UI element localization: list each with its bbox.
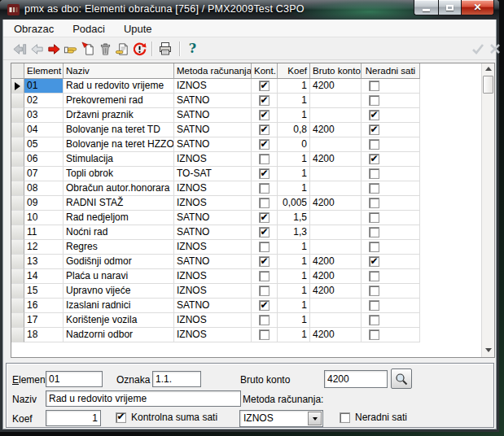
cell-metoda[interactable]: IZNOS <box>174 313 252 328</box>
kont-checkbox[interactable] <box>259 256 270 267</box>
help-button[interactable]: ? <box>184 40 201 58</box>
cell-bruto[interactable]: 4200 <box>310 123 362 137</box>
kont-checkbox[interactable] <box>259 329 270 340</box>
cell-element[interactable]: 03 <box>24 108 64 123</box>
kont-checkbox[interactable] <box>259 315 270 325</box>
cell-element[interactable]: 14 <box>24 269 64 284</box>
cell-metoda[interactable]: SATNO <box>174 225 252 240</box>
minimize-button[interactable] <box>414 0 438 15</box>
cell-bruto[interactable]: 4200 <box>310 255 362 269</box>
neradni-checkbox[interactable] <box>369 242 379 252</box>
neradni-checkbox[interactable] <box>369 139 379 150</box>
cell-naziv[interactable]: Nadzorni odbor <box>64 328 174 342</box>
cell-metoda[interactable]: IZNOS <box>174 196 252 211</box>
cell-metoda[interactable]: SATNO <box>174 299 252 313</box>
cell-metoda[interactable]: SATNO <box>174 211 252 225</box>
neradni-checkbox[interactable] <box>369 329 379 340</box>
cell-naziv[interactable]: RADNI STAŽ <box>64 196 174 211</box>
cell-naziv[interactable]: Bolovanje na teret HZZO <box>64 137 174 152</box>
neradni-checkbox[interactable] <box>369 110 379 120</box>
scroll-down-button[interactable] <box>482 345 495 355</box>
cell-element[interactable]: 04 <box>24 123 64 137</box>
cell-naziv[interactable]: Prekovremeni rad <box>64 94 174 108</box>
cell-element[interactable]: 13 <box>24 255 64 269</box>
cell-naziv[interactable]: Korištenje vozila <box>64 313 174 328</box>
cell-koef[interactable]: 0 <box>278 137 310 152</box>
neradni-checkbox[interactable] <box>369 81 379 91</box>
cell-metoda[interactable]: SATNO <box>174 137 252 152</box>
refresh-button[interactable] <box>131 40 148 58</box>
cell-metoda[interactable]: TO-SAT <box>174 167 252 181</box>
cell-naziv[interactable]: Upravno vijeće <box>64 284 174 299</box>
cell-bruto[interactable]: 4200 <box>310 79 362 94</box>
cell-koef[interactable]: 1 <box>278 108 310 123</box>
cell-element[interactable]: 15 <box>24 284 64 299</box>
cell-naziv[interactable]: Bolovanje na teret TD <box>64 123 174 137</box>
menu-upute[interactable]: Upute <box>116 21 160 37</box>
naziv-field[interactable] <box>46 390 241 407</box>
cell-metoda[interactable]: SATNO <box>174 123 252 137</box>
kontrolna-suma-sati-checkbox[interactable]: Kontrolna suma sati <box>116 412 217 423</box>
kont-checkbox[interactable] <box>259 212 270 223</box>
cell-element[interactable]: 10 <box>24 211 64 225</box>
cell-koef[interactable]: 1 <box>278 240 310 255</box>
koef-field[interactable] <box>46 410 101 426</box>
cell-koef[interactable]: 1 <box>278 152 310 167</box>
cell-koef[interactable]: 1,5 <box>278 211 310 225</box>
cell-metoda[interactable]: SATNO <box>174 94 252 108</box>
cell-element[interactable]: 09 <box>24 196 64 211</box>
cell-koef[interactable]: 1 <box>278 284 310 299</box>
cell-naziv[interactable]: Regres <box>64 240 174 255</box>
cell-bruto[interactable] <box>310 225 362 240</box>
cell-naziv[interactable]: Noćni rad <box>64 225 174 240</box>
print-button[interactable] <box>156 40 173 58</box>
delete-record-button[interactable] <box>97 40 114 58</box>
edit-record-button[interactable] <box>114 40 131 58</box>
cell-bruto[interactable] <box>310 181 362 196</box>
cell-koef[interactable]: 0,8 <box>278 123 310 137</box>
kont-checkbox[interactable] <box>259 139 270 150</box>
cell-element[interactable]: 17 <box>24 313 64 328</box>
cell-koef[interactable]: 1 <box>278 181 310 196</box>
cell-naziv[interactable]: Rad nedjeljom <box>64 211 174 225</box>
cell-metoda[interactable]: IZNOS <box>174 328 252 342</box>
cell-bruto[interactable] <box>310 94 362 108</box>
cell-element[interactable]: 16 <box>24 299 64 313</box>
neradni-sati-checkbox[interactable]: Neradni sati <box>340 412 407 423</box>
scroll-up-button[interactable] <box>482 63 495 74</box>
kont-checkbox[interactable] <box>259 271 270 281</box>
cell-metoda[interactable]: IZNOS <box>174 152 252 167</box>
menu-obrazac[interactable]: Obrazac <box>6 21 62 37</box>
cell-koef[interactable]: 1 <box>278 79 310 94</box>
neradni-checkbox[interactable] <box>369 124 379 135</box>
prev-record-button[interactable] <box>28 40 46 58</box>
cell-koef[interactable]: 1 <box>278 255 310 269</box>
cell-koef[interactable]: 1 <box>278 299 310 313</box>
next-record-button[interactable] <box>46 40 63 58</box>
cell-bruto[interactable]: 4200 <box>310 196 362 211</box>
neradni-checkbox[interactable] <box>369 256 379 267</box>
menu-podaci[interactable]: Podaci <box>64 21 113 37</box>
cell-koef[interactable]: 1 <box>278 313 310 328</box>
cell-naziv[interactable]: Državni praznik <box>64 108 174 123</box>
cell-element[interactable]: 08 <box>24 181 64 196</box>
kont-checkbox[interactable] <box>259 242 270 252</box>
cell-element[interactable]: 07 <box>24 167 64 181</box>
cell-bruto[interactable] <box>310 167 362 181</box>
cell-bruto[interactable] <box>310 211 362 225</box>
cell-metoda[interactable]: IZNOS <box>174 181 252 196</box>
cell-element[interactable]: 01 <box>24 79 64 94</box>
cell-naziv[interactable]: Rad u redovito vrijeme <box>64 79 174 94</box>
cell-bruto[interactable] <box>310 137 362 152</box>
combo-drop-button[interactable] <box>308 412 322 425</box>
cell-metoda[interactable]: SATNO <box>174 108 252 123</box>
cell-naziv[interactable]: Topli obrok <box>64 167 174 181</box>
kont-checkbox[interactable] <box>259 198 270 208</box>
cell-element[interactable]: 02 <box>24 94 64 108</box>
cell-bruto[interactable]: 4200 <box>310 152 362 167</box>
vertical-scrollbar[interactable] <box>481 63 494 357</box>
kont-checkbox[interactable] <box>259 110 270 120</box>
neradni-checkbox[interactable] <box>369 300 379 311</box>
kont-checkbox[interactable] <box>259 81 270 91</box>
cell-element[interactable]: 18 <box>24 328 64 342</box>
